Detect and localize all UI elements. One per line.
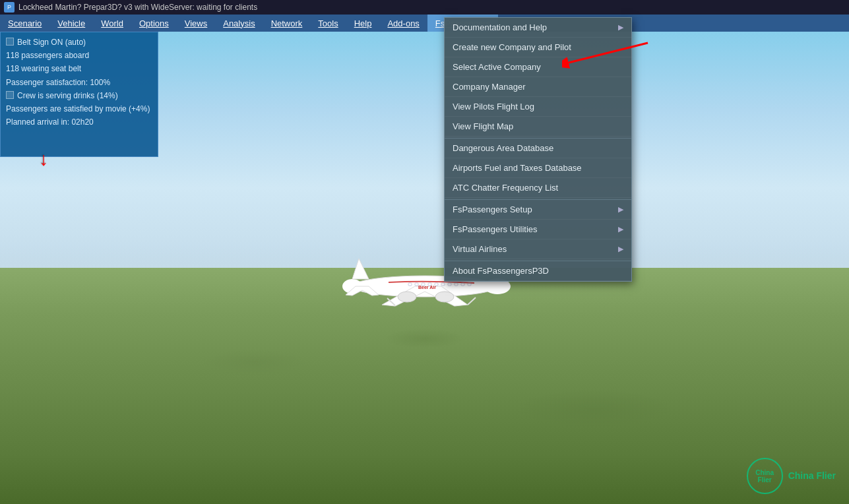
dropdown-label-fspassengers-utilities: FsPassengers Utilities [453, 224, 538, 234]
dropdown-item-view-flight-map[interactable]: View Flight Map [445, 117, 631, 137]
dropdown-label-fspassengers-setup: FsPassengers Setup [453, 205, 532, 214]
fspassengers-dropdown: Documentation and Help▶Create new Compan… [444, 17, 632, 282]
dropdown-label-virtual-airlines: Virtual Airlines [453, 244, 507, 254]
red-arrow-up: ↑ [39, 146, 48, 176]
dropdown-item-dangerous-area[interactable]: Dangerous Area Database [445, 138, 631, 158]
dropdown-item-fspassengers-utilities[interactable]: FsPassengers Utilities▶ [445, 220, 631, 239]
watermark: ChinaFlier China Flier [747, 458, 836, 494]
dropdown-item-atc-chatter[interactable]: ATC Chatter Frequency List [445, 178, 631, 198]
status-panel: Belt Sign ON (auto)118 passengers aboard… [0, 32, 158, 157]
title-bar: P Lockheed Martin? Prepar3D? v3 with Wid… [0, 0, 849, 15]
status-checkbox-belt-sign[interactable] [6, 38, 14, 46]
simulator-viewport: Beer Air Belt Sign ON (auto)118 passenge… [0, 32, 849, 504]
menu-item-network[interactable]: Network [263, 15, 311, 32]
menu-item-addons[interactable]: Add-ons [379, 15, 427, 32]
menu-item-tools[interactable]: Tools [310, 15, 346, 32]
menu-item-vehicle[interactable]: Vehicle [49, 15, 93, 32]
dropdown-label-create-company: Create new Company and Pilot [453, 42, 571, 52]
dropdown-item-doc-help[interactable]: Documentation and Help▶ [445, 18, 631, 38]
menu-item-options[interactable]: Options [131, 15, 177, 32]
dropdown-label-view-pilots-log: View Pilots Flight Log [453, 102, 534, 111]
status-row-crew-drinks: Crew is serving drinks (14%) [6, 90, 152, 102]
dropdown-label-company-manager: Company Manager [453, 82, 526, 92]
status-text-movie: Passengers are satisfied by movie (+4%) [6, 103, 150, 115]
dropdown-item-create-company[interactable]: Create new Company and Pilot [445, 38, 631, 57]
dropdown-item-view-pilots-log[interactable]: View Pilots Flight Log [445, 97, 631, 117]
submenu-arrow-icon-fspassengers-setup: ▶ [618, 205, 623, 214]
status-row-seat-belt: 118 wearing seat belt [6, 63, 152, 75]
svg-point-9 [435, 292, 454, 302]
svg-marker-3 [352, 259, 369, 279]
dropdown-label-airports-fuel: Airports Fuel and Taxes Database [453, 163, 582, 173]
watermark-circle: ChinaFlier [747, 458, 783, 494]
watermark-circle-text: ChinaFlier [755, 469, 774, 484]
svg-line-6 [468, 298, 476, 305]
dropdown-item-select-company[interactable]: Select Active Company [445, 57, 631, 77]
status-text-seat-belt: 118 wearing seat belt [6, 63, 81, 75]
watermark-label: China Flier [788, 470, 836, 482]
dropdown-item-virtual-airlines[interactable]: Virtual Airlines▶ [445, 239, 631, 259]
dropdown-label-dangerous-area: Dangerous Area Database [453, 143, 553, 153]
status-row-belt-sign: Belt Sign ON (auto) [6, 36, 152, 49]
menu-item-world[interactable]: World [93, 15, 131, 32]
menu-item-views[interactable]: Views [177, 15, 215, 32]
status-row-arrival: Planned arrival in: 02h20 [6, 116, 152, 129]
menu-item-help[interactable]: Help [346, 15, 380, 32]
submenu-arrow-icon-doc-help: ▶ [618, 23, 623, 32]
menu-item-analysis[interactable]: Analysis [215, 15, 263, 32]
status-text-passengers: 118 passengers aboard [6, 49, 89, 62]
dropdown-item-company-manager[interactable]: Company Manager [445, 77, 631, 97]
status-row-passengers: 118 passengers aboard [6, 49, 152, 62]
menu-bar: ScenarioVehicleWorldOptionsViewsAnalysis… [0, 15, 849, 32]
status-row-satisfaction: Passenger satisfaction: 100% [6, 77, 152, 89]
status-text-belt-sign: Belt Sign ON (auto) [17, 36, 86, 49]
svg-point-8 [398, 292, 416, 302]
dropdown-label-doc-help: Documentation and Help [453, 22, 547, 32]
status-row-movie: Passengers are satisfied by movie (+4%) [6, 103, 152, 115]
menu-item-scenario[interactable]: Scenario [0, 15, 49, 32]
dropdown-label-about: About FsPassengersP3D [453, 266, 549, 276]
window-title: Lockheed Martin? Prepar3D? v3 with WideS… [18, 3, 257, 12]
status-text-crew-drinks: Crew is serving drinks (14%) [17, 90, 118, 102]
svg-text:Beer Air: Beer Air [418, 285, 436, 290]
dropdown-item-fspassengers-setup[interactable]: FsPassengers Setup▶ [445, 199, 631, 220]
status-text-arrival: Planned arrival in: 02h20 [6, 116, 94, 129]
app-icon: P [4, 2, 15, 13]
dropdown-item-about[interactable]: About FsPassengersP3D [445, 261, 631, 281]
dropdown-item-airports-fuel[interactable]: Airports Fuel and Taxes Database [445, 158, 631, 178]
status-text-satisfaction: Passenger satisfaction: 100% [6, 77, 110, 89]
dropdown-label-select-company: Select Active Company [453, 62, 541, 72]
dropdown-label-atc-chatter: ATC Chatter Frequency List [453, 183, 558, 193]
dropdown-label-view-flight-map: View Flight Map [453, 121, 513, 131]
submenu-arrow-icon-fspassengers-utilities: ▶ [618, 225, 623, 234]
status-checkbox-crew-drinks[interactable] [6, 91, 14, 99]
submenu-arrow-icon-virtual-airlines: ▶ [618, 245, 623, 253]
